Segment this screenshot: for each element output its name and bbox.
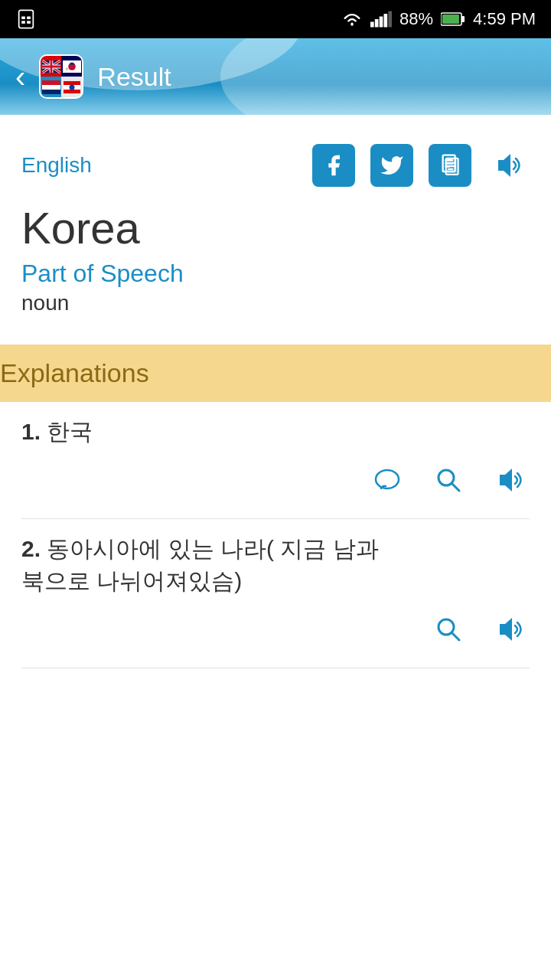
sound-icon-1 — [494, 464, 526, 496]
copy-button[interactable] — [429, 144, 471, 187]
search-icon-1 — [433, 465, 464, 495]
sound-button-1[interactable] — [490, 460, 530, 500]
content-area: English — [0, 115, 551, 345]
svg-rect-0 — [19, 10, 34, 28]
word-title: Korea — [21, 202, 530, 253]
chat-icon-1 — [372, 465, 403, 495]
svg-point-24 — [69, 84, 74, 90]
svg-rect-4 — [27, 21, 31, 24]
header-sound-button[interactable] — [487, 144, 530, 187]
explanation-text-1: 1. 한국 — [21, 416, 530, 448]
svg-rect-13 — [442, 15, 459, 24]
facebook-button[interactable] — [312, 144, 355, 187]
search-button-2[interactable] — [429, 609, 468, 649]
language-label: English — [21, 153, 92, 178]
svg-text:한: 한 — [66, 67, 68, 70]
twitter-button[interactable] — [370, 144, 413, 187]
svg-marker-33 — [498, 154, 510, 177]
back-button[interactable]: ‹ — [15, 60, 25, 94]
svg-rect-22 — [64, 81, 80, 85]
svg-rect-32 — [448, 168, 453, 170]
svg-rect-9 — [384, 14, 388, 28]
explanation-item-2: 2. 동아시아에 있는 나라( 지금 남과북으로 나뉘어져있슴) — [21, 519, 530, 668]
time-text: 4:59 PM — [473, 9, 536, 29]
explanations-label: Explanations — [0, 358, 149, 387]
wifi-icon — [341, 11, 363, 28]
explanation-actions-2 — [21, 605, 530, 654]
icon-kr-flag: 한 — [61, 56, 82, 77]
header-sound-icon — [492, 149, 524, 181]
svg-rect-2 — [27, 17, 31, 20]
svg-rect-23 — [64, 90, 80, 93]
app-icon: 한 — [39, 54, 83, 99]
status-bar: 88% 4:59 PM — [0, 0, 551, 38]
svg-rect-6 — [370, 22, 374, 28]
signal-icon — [370, 11, 392, 28]
sound-icon-2 — [494, 613, 526, 645]
svg-rect-18 — [42, 80, 60, 85]
copy-icon — [438, 153, 462, 178]
top-row: English — [21, 130, 530, 194]
app-title: Result — [97, 62, 171, 92]
explanation-text-2: 2. 동아시아에 있는 나라( 지금 남과북으로 나뉘어져있슴) — [21, 533, 530, 597]
pos-value: noun — [21, 291, 530, 315]
svg-rect-3 — [21, 21, 25, 24]
search-icon-2 — [433, 614, 464, 645]
search-button-1[interactable] — [429, 460, 468, 500]
explanations-header: Explanations — [0, 345, 551, 402]
pos-label: Part of Speech — [21, 260, 530, 288]
social-icons — [312, 144, 530, 187]
battery-text: 88% — [399, 9, 433, 29]
battery-icon — [441, 11, 465, 28]
sim-icon — [15, 8, 37, 30]
svg-rect-8 — [380, 17, 383, 28]
svg-rect-10 — [388, 11, 392, 28]
explanation-num-2: 2. — [21, 536, 41, 561]
facebook-icon — [321, 153, 346, 178]
svg-line-36 — [452, 483, 459, 491]
twitter-icon — [380, 153, 404, 178]
explanation-item-1: 1. 한국 — [21, 402, 530, 519]
sound-button-2[interactable] — [490, 609, 530, 649]
explanation-content-2: 동아시아에 있는 나라( 지금 남과북으로 나뉘어져있슴) — [21, 536, 379, 593]
icon-bottom-left — [41, 77, 61, 97]
svg-rect-19 — [42, 85, 60, 90]
chat-button-1[interactable] — [367, 460, 407, 500]
explanation-num-1: 1. — [21, 419, 41, 444]
svg-rect-20 — [42, 90, 60, 94]
svg-rect-31 — [448, 165, 456, 167]
explanation-content-1: 한국 — [47, 419, 93, 444]
svg-marker-40 — [500, 618, 512, 641]
svg-rect-30 — [448, 162, 456, 164]
explanations-list: 1. 한국 — [0, 402, 551, 684]
svg-marker-37 — [500, 469, 512, 492]
explanation-actions-1 — [21, 456, 530, 505]
svg-line-39 — [452, 632, 459, 640]
svg-point-5 — [350, 23, 354, 26]
svg-rect-1 — [21, 17, 25, 20]
svg-rect-7 — [375, 19, 379, 28]
icon-bottom-right — [61, 77, 82, 97]
svg-point-34 — [376, 470, 399, 488]
app-bar: ‹ 한 — [0, 38, 551, 115]
icon-uk-flag — [41, 56, 61, 77]
svg-rect-12 — [461, 16, 465, 22]
